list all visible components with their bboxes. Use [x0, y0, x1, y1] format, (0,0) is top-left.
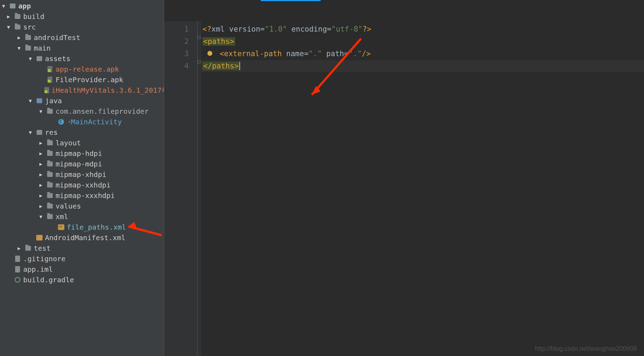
- tree-item-file-paths-xml[interactable]: ▶ file_paths.xml: [0, 222, 164, 232]
- tree-label: app.iml: [23, 265, 53, 273]
- tree-item-folder[interactable]: mipmap-hdpi: [0, 148, 164, 159]
- tree-item-build[interactable]: build: [0, 11, 164, 22]
- tree-label: .gitignore: [23, 255, 65, 263]
- expand-icon[interactable]: [18, 45, 22, 51]
- tree-label: androidTest: [34, 33, 80, 42]
- tree-label: file_paths.xml: [67, 223, 126, 231]
- expand-icon[interactable]: [39, 203, 44, 209]
- expand-icon[interactable]: [39, 151, 44, 156]
- tree-item-apk[interactable]: ▶ FileProvider.apk: [0, 74, 164, 85]
- expand-icon[interactable]: [29, 98, 34, 104]
- expand-icon[interactable]: [39, 182, 44, 188]
- folder-icon: [46, 203, 53, 210]
- folder-icon: [46, 213, 53, 220]
- tree-item-gitignore[interactable]: ▶ .gitignore: [0, 253, 164, 264]
- folder-icon: [36, 97, 43, 104]
- tree-item-folder[interactable]: layout: [0, 138, 164, 148]
- module-icon: [9, 2, 16, 9]
- tree-label: layout: [56, 139, 81, 147]
- code-area[interactable]: <?xml version="1.0" encoding="utf-8"?> <…: [201, 21, 644, 356]
- tree-label: AndroidManifest.xml: [45, 233, 125, 242]
- expand-icon[interactable]: [29, 130, 34, 135]
- file-icon: [14, 255, 21, 262]
- folder-icon: [46, 192, 53, 199]
- line-number: 2: [164, 35, 189, 48]
- expand-icon[interactable]: [39, 172, 44, 177]
- line-number: 4: [164, 60, 189, 72]
- tree-item-package[interactable]: com.ansen.fileprovider: [0, 106, 164, 117]
- tree-item-folder[interactable]: mipmap-xxhdpi: [0, 180, 164, 190]
- code-editor[interactable]: 1 2 3 4 - - <?xml version="1.0" encoding…: [164, 0, 644, 356]
- folder-icon: [46, 160, 53, 167]
- watermark-text: http://blog.csdn.net/wanghao200906: [535, 345, 637, 352]
- line-number: 1: [164, 23, 189, 35]
- tree-item-test[interactable]: test: [0, 243, 164, 253]
- tree-item-assets[interactable]: assets: [0, 53, 164, 64]
- expand-icon[interactable]: [2, 3, 7, 9]
- assets-folder-icon: [36, 55, 43, 62]
- apk-icon: [44, 87, 49, 94]
- project-tree[interactable]: app build src androidTest main assets: [0, 0, 164, 356]
- tree-label: build: [23, 12, 44, 21]
- tree-item-res[interactable]: res: [0, 127, 164, 138]
- code-line[interactable]: <?xml version="1.0" encoding="utf-8"?>: [201, 23, 644, 35]
- res-folder-icon: [36, 129, 43, 136]
- tree-item-iml[interactable]: ▶ app.iml: [0, 264, 164, 275]
- tree-item-main[interactable]: main: [0, 43, 164, 53]
- expand-icon[interactable]: [39, 161, 44, 167]
- code-line[interactable]: <paths>: [201, 35, 644, 48]
- fold-icon[interactable]: -: [198, 36, 201, 39]
- lock-icon: ꗃ: [68, 120, 71, 124]
- manifest-icon: [36, 234, 43, 241]
- tree-label: mipmap-xxxhdpi: [56, 191, 115, 200]
- folder-icon: [14, 13, 21, 20]
- tree-item-folder[interactable]: mipmap-xxxhdpi: [0, 190, 164, 201]
- expand-icon[interactable]: [29, 56, 34, 61]
- tree-item-java[interactable]: java: [0, 95, 164, 106]
- tree-label: src: [23, 23, 36, 31]
- tree-item-class[interactable]: ▶ ꗃ MainActivity: [0, 117, 164, 127]
- expand-icon[interactable]: [18, 35, 22, 40]
- tree-item-manifest[interactable]: ▶ AndroidManifest.xml: [0, 232, 164, 243]
- tree-label: assets: [45, 54, 70, 63]
- active-tab-indicator: [261, 0, 321, 1]
- folder-icon: [46, 150, 53, 157]
- tree-item-app[interactable]: app: [0, 1, 164, 11]
- code-line[interactable]: <external-path name="." path="."/>: [201, 48, 644, 60]
- tree-item-apk[interactable]: ▶ app-release.apk: [0, 64, 164, 74]
- folder-icon: [46, 139, 53, 146]
- tree-item-folder[interactable]: mipmap-mdpi: [0, 159, 164, 169]
- tree-item-androidtest[interactable]: androidTest: [0, 32, 164, 43]
- tree-label: test: [34, 244, 51, 252]
- fold-column[interactable]: - -: [198, 21, 201, 356]
- tree-label: main: [34, 44, 51, 52]
- code-line-current[interactable]: </paths>​: [201, 60, 644, 72]
- xml-icon: [58, 224, 65, 231]
- fold-icon[interactable]: -: [198, 60, 201, 64]
- tree-label: FileProvider.apk: [56, 75, 123, 84]
- tree-item-folder-xml[interactable]: xml: [0, 211, 164, 222]
- apk-icon: [46, 66, 53, 73]
- tree-label: app-release.apk: [56, 65, 119, 73]
- expand-icon[interactable]: [7, 24, 12, 30]
- tree-item-gradle[interactable]: ▶ build.gradle: [0, 275, 164, 285]
- apk-icon: [46, 76, 53, 83]
- expand-icon[interactable]: [7, 14, 12, 19]
- expand-icon[interactable]: [39, 140, 44, 146]
- tree-label: build.gradle: [23, 276, 74, 284]
- tree-item-src[interactable]: src: [0, 22, 164, 32]
- lightbulb-icon[interactable]: [207, 51, 212, 56]
- tree-label: mipmap-mdpi: [56, 160, 102, 168]
- expand-icon[interactable]: [39, 214, 44, 219]
- class-icon: [58, 118, 65, 125]
- expand-icon[interactable]: [18, 245, 22, 251]
- tree-item-folder[interactable]: values: [0, 201, 164, 211]
- folder-icon: [25, 45, 32, 52]
- package-icon: [46, 108, 53, 115]
- expand-icon[interactable]: [39, 193, 44, 198]
- folder-icon: [25, 34, 32, 41]
- gradle-icon: [14, 276, 21, 283]
- expand-icon[interactable]: [39, 108, 44, 114]
- tree-item-apk[interactable]: ▶ iHealthMyVitals.3.6.1_2017年: [0, 85, 164, 95]
- tree-item-folder[interactable]: mipmap-xhdpi: [0, 169, 164, 180]
